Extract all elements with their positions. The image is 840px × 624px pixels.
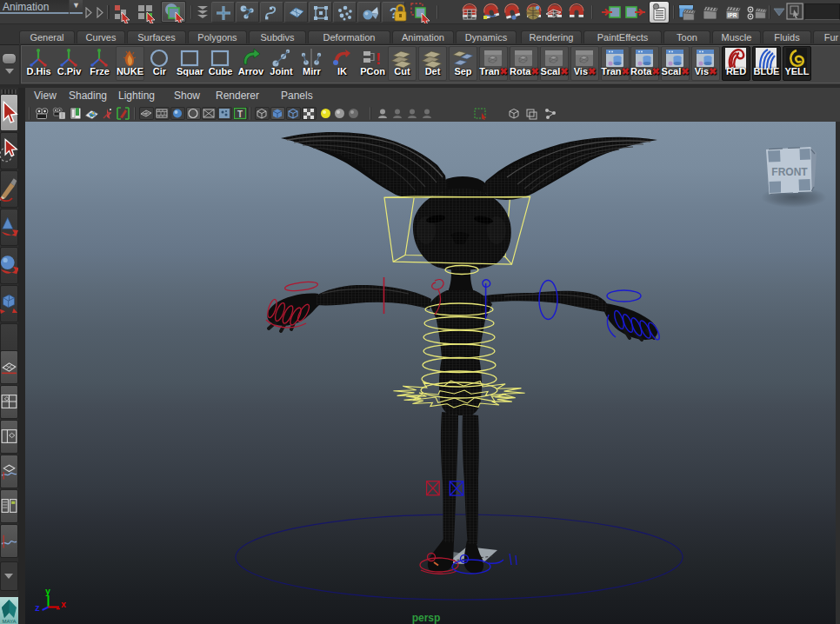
svg-text:FRONT: FRONT (771, 166, 808, 178)
svg-text:MAYA: MAYA (2, 619, 16, 624)
svg-text:persp: persp (412, 612, 441, 624)
svg-text:z: z (35, 604, 40, 614)
svg-text:y: y (45, 587, 50, 597)
svg-text:!: ! (376, 50, 381, 68)
svg-text:x: x (61, 601, 66, 610)
svg-text:IPR: IPR (728, 12, 737, 18)
svg-text:T: T (237, 110, 243, 119)
